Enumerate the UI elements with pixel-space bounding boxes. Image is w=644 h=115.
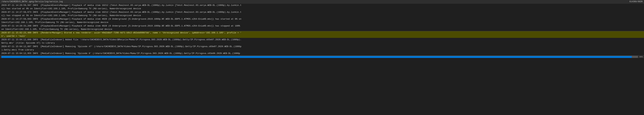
- log-line: 2020-07-11 14:28:33,208 INFO [PlaybackEv…: [0, 24, 644, 31]
- file-path: /share/CACHEDEV3_DATA/.qpkg/Serviio/log/…: [1, 1, 627, 3]
- progress-bar-fill: [1, 56, 632, 58]
- file-size: 614368/602K: [630, 1, 643, 3]
- progress-percent: 99%: [639, 56, 643, 58]
- log-line: 2020-07-11 15:04:12,955 INFO [MediaFileI…: [0, 52, 644, 55]
- progress-bar-bg: [1, 56, 638, 58]
- log-container: 2020-07-11 14:29:59,507 INFO [PlaybackEv…: [0, 4, 644, 55]
- log-line: 2020-07-11 14:29:59,507 INFO [PlaybackEv…: [0, 4, 644, 10]
- log-line: 2020-07-11 14:27:58,693 INFO [PlaybackEv…: [0, 17, 644, 24]
- log-line: 2020-07-11 15:04:12,896 INFO [MediaFileI…: [0, 38, 644, 45]
- log-line: 2020-07-11 14:27:50,673 INFO [PlaybackEv…: [0, 10, 644, 17]
- log-line: 2020-07-11 15:02:23,480 INFO [RendererMa…: [0, 31, 644, 38]
- title-bar: /share/CACHEDEV3_DATA/.qpkg/Serviio/log/…: [0, 0, 644, 4]
- progress-bar-container: 99%: [0, 55, 644, 58]
- log-line: 2020-07-11 15:04:12,897 INFO [MediaFileI…: [0, 45, 644, 52]
